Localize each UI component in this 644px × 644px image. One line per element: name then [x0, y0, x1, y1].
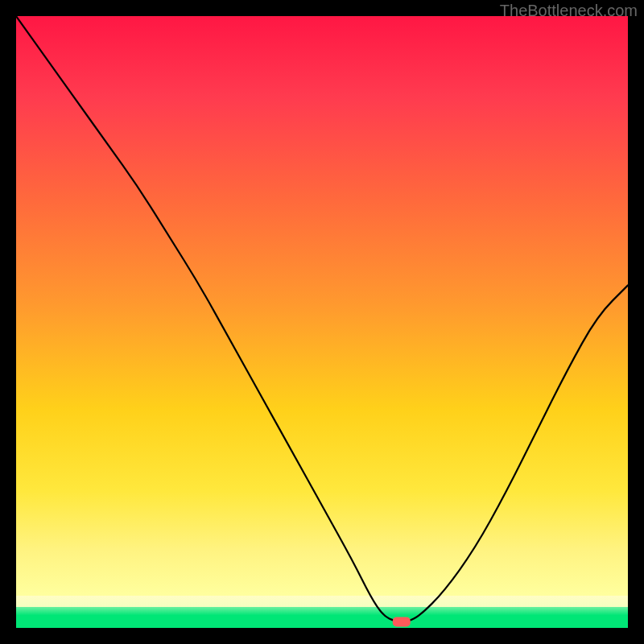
optimum-marker-icon: [393, 617, 411, 626]
curve-svg: [16, 16, 628, 628]
chart-wrapper: TheBottleneck.com: [0, 0, 644, 644]
watermark-label: TheBottleneck.com: [500, 2, 638, 20]
bottleneck-curve: [16, 16, 628, 621]
plot-area: [16, 16, 628, 628]
